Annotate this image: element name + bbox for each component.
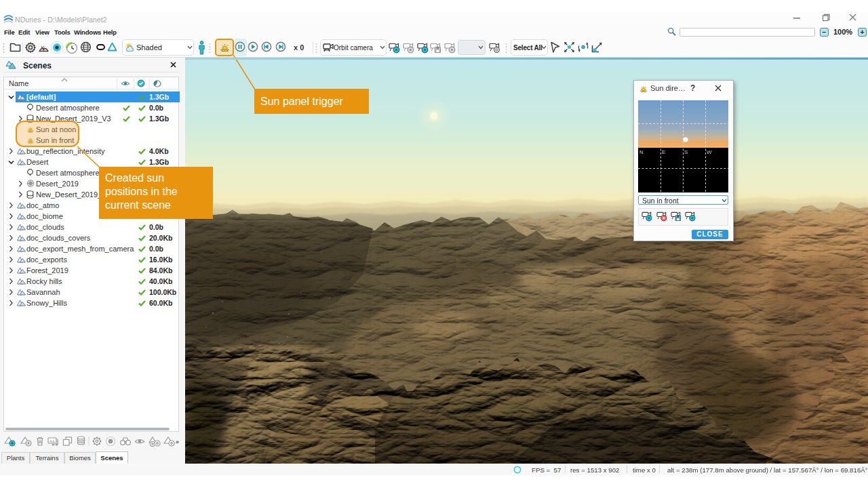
svg-text:W: W (707, 149, 712, 155)
svg-text:S: S (684, 149, 688, 155)
svg-text:E: E (662, 149, 665, 155)
svg-text:»: » (176, 439, 179, 445)
svg-text:Aa: Aa (50, 439, 55, 443)
svg-text:N: N (639, 149, 644, 155)
